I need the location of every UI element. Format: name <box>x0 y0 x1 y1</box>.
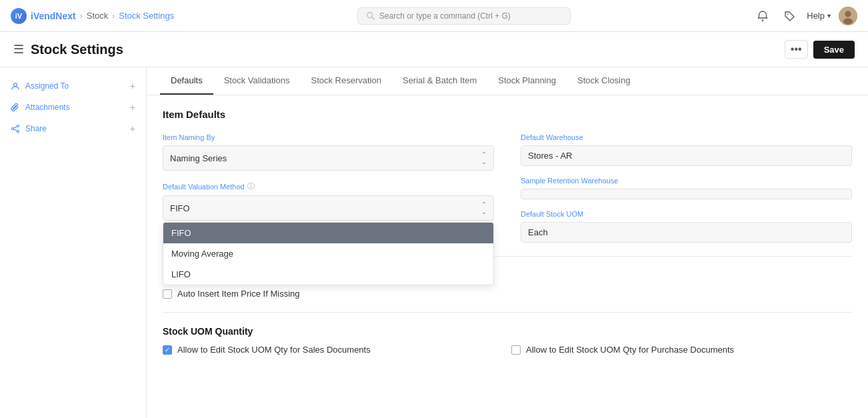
tab-stock-planning[interactable]: Stock Planning <box>487 67 567 95</box>
help-button[interactable]: Help ▾ <box>807 11 831 21</box>
sidebar-item-assigned-to[interactable]: Assigned To + <box>0 75 146 97</box>
tab-stock-closing[interactable]: Stock Closing <box>567 67 641 95</box>
default-stock-uom-group: Default Stock UOM Each <box>521 210 852 243</box>
app-logo[interactable]: iV iVendNext <box>11 8 76 24</box>
item-naming-by-group: Item Naming By Naming Series ⌃⌄ Default … <box>163 133 494 243</box>
logo-icon: iV <box>11 8 27 24</box>
sidebar-item-attachments-left: Attachments <box>11 103 70 112</box>
svg-point-8 <box>17 125 19 127</box>
tabs-bar: Defaults Stock Validations Stock Reserva… <box>147 67 868 95</box>
valuation-dropdown-popup: FIFO Moving Average LIFO <box>163 222 494 285</box>
breadcrumb-sep-2: › <box>112 11 115 21</box>
search-placeholder: Search or type a command (Ctrl + G) <box>379 11 511 21</box>
allow-edit-sales-label: Allow to Edit Stock UOM Qty for Sales Do… <box>177 345 371 355</box>
sidebar-item-assigned-to-left: Assigned To <box>11 81 69 91</box>
save-button[interactable]: Save <box>813 41 855 59</box>
avatar[interactable] <box>839 7 857 25</box>
item-defaults-grid: Item Naming By Naming Series ⌃⌄ Default … <box>163 133 852 243</box>
valuation-method-control[interactable]: FIFO ⌃⌄ <box>163 195 494 221</box>
sample-retention-group: Sample Retention Warehouse <box>521 177 852 199</box>
default-warehouse-control[interactable]: Stores - AR <box>521 145 852 166</box>
form-area: Item Defaults Item Naming By Naming Seri… <box>147 95 868 368</box>
allow-edit-purchase-row: Allow to Edit Stock UOM Qty for Purchase… <box>511 345 852 355</box>
notification-icon[interactable] <box>753 7 772 25</box>
hamburger-icon[interactable]: ☰ <box>13 42 24 57</box>
breadcrumb-current: Stock Settings <box>119 11 174 21</box>
paperclip-icon <box>11 103 20 112</box>
valuation-option-lifo[interactable]: LIFO <box>163 264 493 285</box>
item-naming-by-control[interactable]: Naming Series ⌃⌄ <box>163 145 494 171</box>
breadcrumb-sep-1: › <box>80 11 83 21</box>
default-stock-uom-label: Default Stock UOM <box>521 210 852 218</box>
tag-icon[interactable] <box>780 7 799 25</box>
svg-point-5 <box>845 11 851 17</box>
tab-serial-batch-item[interactable]: Serial & Batch Item <box>392 67 487 95</box>
breadcrumb-stock[interactable]: Stock <box>87 11 109 21</box>
auto-insert-row: Auto Insert Item Price If Missing <box>163 289 852 299</box>
search-bar[interactable]: Search or type a command (Ctrl + G) <box>357 7 571 25</box>
sidebar-share-label: Share <box>25 124 47 133</box>
svg-point-9 <box>17 131 19 133</box>
search-icon <box>366 11 375 21</box>
svg-line-12 <box>13 129 17 131</box>
valuation-option-moving-avg[interactable]: Moving Average <box>163 243 493 264</box>
default-stock-uom-value: Each <box>528 227 548 237</box>
valuation-dropdown-list: FIFO Moving Average LIFO <box>163 221 494 285</box>
user-icon <box>11 81 20 91</box>
stock-uom-title: Stock UOM Quantity <box>163 326 852 337</box>
sidebar-assigned-to-plus[interactable]: + <box>130 81 135 91</box>
page-header-right: ••• Save <box>785 40 855 59</box>
sample-retention-control[interactable] <box>521 189 852 199</box>
item-naming-by-arrow: ⌃⌄ <box>481 151 487 165</box>
valuation-method-label: Default Valuation Method ⓘ <box>163 181 494 191</box>
section-divider-2 <box>163 312 852 313</box>
sidebar-item-attachments[interactable]: Attachments + <box>0 97 146 118</box>
auto-insert-checkbox[interactable] <box>163 289 172 299</box>
valuation-method-group: Default Valuation Method ⓘ FIFO ⌃⌄ FIFO <box>163 181 494 221</box>
tab-stock-reservation[interactable]: Stock Reservation <box>300 67 392 95</box>
navbar-right: Help ▾ <box>753 7 857 25</box>
chevron-down-icon: ▾ <box>827 12 831 19</box>
page-header-left: ☰ Stock Settings <box>13 42 123 57</box>
stock-uom-grid: Allow to Edit Stock UOM Qty for Sales Do… <box>163 345 852 355</box>
info-icon: ⓘ <box>247 181 255 191</box>
allow-edit-sales-row: Allow to Edit Stock UOM Qty for Sales Do… <box>163 345 503 355</box>
valuation-option-fifo[interactable]: FIFO <box>163 223 493 243</box>
svg-point-2 <box>762 19 763 21</box>
default-warehouse-value: Stores - AR <box>528 151 572 161</box>
navbar-left: iV iVendNext › Stock › Stock Settings <box>11 8 174 24</box>
svg-line-11 <box>13 127 17 128</box>
valuation-method-value: FIFO <box>170 203 190 213</box>
sidebar-item-share-left: Share <box>11 124 47 133</box>
svg-point-10 <box>12 128 14 130</box>
more-options-button[interactable]: ••• <box>785 40 808 59</box>
app-name: iVendNext <box>31 11 76 21</box>
sidebar-attachments-plus[interactable]: + <box>130 102 135 113</box>
valuation-method-arrow: ⌃⌄ <box>481 201 487 215</box>
item-naming-by-value: Naming Series <box>170 153 227 163</box>
svg-point-6 <box>843 18 853 24</box>
sidebar-share-plus[interactable]: + <box>130 123 135 134</box>
main-layout: Assigned To + Attachments + <box>0 67 868 418</box>
page-title: Stock Settings <box>31 42 123 57</box>
svg-point-3 <box>787 13 789 15</box>
share-icon <box>11 124 20 133</box>
default-warehouse-label: Default Warehouse <box>521 133 852 141</box>
allow-edit-sales-checkbox[interactable] <box>163 345 172 355</box>
default-stock-uom-control[interactable]: Each <box>521 222 852 243</box>
tab-defaults[interactable]: Defaults <box>160 67 213 95</box>
navbar: iV iVendNext › Stock › Stock Settings Se… <box>0 0 868 32</box>
allow-edit-purchase-checkbox[interactable] <box>511 345 521 355</box>
sidebar-attachments-label: Attachments <box>25 103 70 112</box>
content-area: Defaults Stock Validations Stock Reserva… <box>147 67 868 418</box>
right-col-fields: Default Warehouse Stores - AR Sample Ret… <box>521 133 852 243</box>
svg-line-1 <box>372 17 375 19</box>
sidebar-assigned-to-label: Assigned To <box>25 81 69 91</box>
valuation-dropdown-wrapper: FIFO ⌃⌄ FIFO Moving Average LIFO <box>163 195 494 221</box>
auto-insert-label: Auto Insert Item Price If Missing <box>177 289 300 299</box>
tab-stock-validations[interactable]: Stock Validations <box>213 67 301 95</box>
item-naming-by-field: Item Naming By Naming Series ⌃⌄ <box>163 133 494 171</box>
svg-point-7 <box>14 83 17 87</box>
sidebar-item-share[interactable]: Share + <box>0 118 146 139</box>
allow-edit-purchase-label: Allow to Edit Stock UOM Qty for Purchase… <box>526 345 734 355</box>
